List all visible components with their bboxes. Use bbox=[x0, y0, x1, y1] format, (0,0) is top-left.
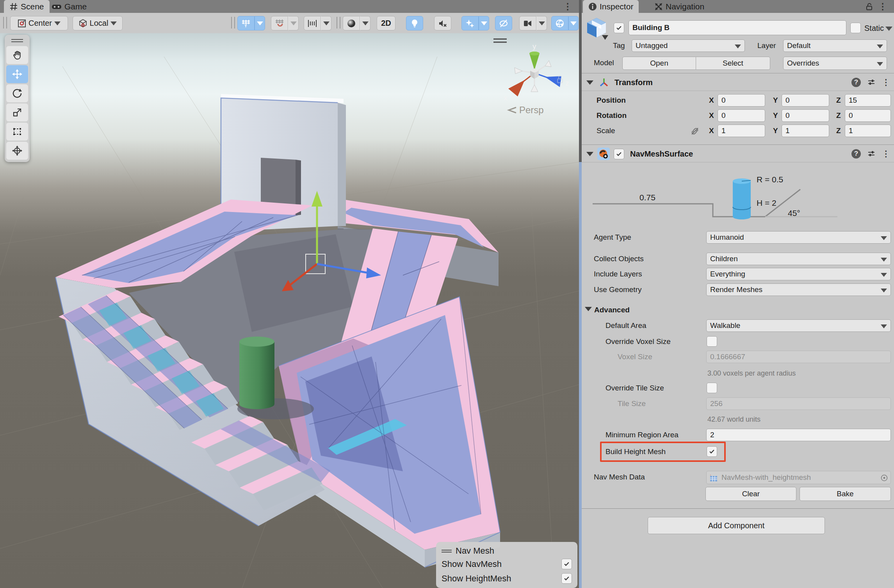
component-menu-icon[interactable]: ⋮ bbox=[882, 149, 890, 159]
model-select-button[interactable]: Select bbox=[696, 57, 770, 70]
effects-toggle-button[interactable] bbox=[461, 16, 479, 30]
show-heightmesh-checkbox[interactable] bbox=[561, 573, 572, 584]
override-voxel-size-checkbox[interactable] bbox=[707, 336, 717, 347]
shading-mode-button[interactable] bbox=[343, 16, 360, 30]
scale-z-field[interactable]: 1 bbox=[845, 125, 891, 137]
rotation-z-field[interactable]: 0 bbox=[845, 109, 891, 122]
tag-dropdown[interactable]: Untagged bbox=[632, 39, 745, 52]
help-icon[interactable]: ? bbox=[851, 149, 861, 159]
scale-x-field[interactable]: 1 bbox=[718, 125, 765, 137]
chevron-down-icon bbox=[881, 324, 887, 328]
pivot-mode-dropdown[interactable]: Center bbox=[10, 16, 68, 30]
foldout-icon[interactable] bbox=[586, 152, 593, 156]
add-component-button[interactable]: Add Component bbox=[648, 517, 825, 534]
transform-title: Transform bbox=[614, 73, 653, 91]
transform-tool-button[interactable] bbox=[6, 142, 28, 160]
tab-game[interactable]: Game bbox=[46, 0, 92, 13]
overrides-dropdown[interactable]: Overrides bbox=[783, 57, 887, 70]
2d-toggle-button[interactable]: 2D bbox=[377, 16, 395, 30]
build-height-mesh-checkbox[interactable] bbox=[707, 446, 717, 457]
2d-label: 2D bbox=[381, 19, 391, 28]
agent-type-label: Agent Type bbox=[594, 231, 631, 244]
lock-icon[interactable] bbox=[865, 2, 874, 11]
lightbulb-icon bbox=[411, 19, 419, 28]
object-picker-icon[interactable] bbox=[881, 474, 888, 481]
palette-drag-handle[interactable] bbox=[6, 36, 28, 45]
collect-objects-dropdown[interactable]: Children bbox=[706, 253, 891, 265]
move-tool-button[interactable] bbox=[6, 65, 28, 83]
audio-toggle-button[interactable] bbox=[434, 16, 451, 30]
toolbar-drag-handle[interactable] bbox=[337, 17, 340, 29]
static-checkbox[interactable] bbox=[850, 23, 861, 33]
rotate-tool-button[interactable] bbox=[6, 84, 28, 102]
static-flags-dropdown-icon[interactable] bbox=[885, 27, 892, 31]
position-x-field[interactable]: 0 bbox=[718, 94, 765, 107]
navmesh-asset-icon: * bbox=[710, 474, 718, 482]
toolbar-drag-handle[interactable] bbox=[231, 17, 235, 29]
presets-icon[interactable] bbox=[867, 78, 876, 87]
toolbar-drag-handle[interactable] bbox=[3, 17, 7, 29]
rotation-x-field[interactable]: 0 bbox=[718, 109, 765, 122]
presets-icon[interactable] bbox=[867, 150, 876, 158]
shading-options-dropdown[interactable] bbox=[360, 16, 370, 30]
agent-type-dropdown[interactable]: Humanoid bbox=[706, 231, 891, 244]
include-layers-dropdown[interactable]: Everything bbox=[706, 268, 891, 280]
effects-options-dropdown[interactable] bbox=[479, 16, 489, 30]
position-z-field[interactable]: 15 bbox=[845, 94, 891, 107]
inspector-menu-icon[interactable]: ⋮ bbox=[878, 2, 887, 12]
override-tile-size-label: Override Tile Size bbox=[605, 382, 664, 394]
measure-button[interactable] bbox=[304, 16, 321, 30]
snap-options-dropdown[interactable] bbox=[288, 16, 299, 30]
show-navmesh-checkbox[interactable] bbox=[561, 559, 572, 569]
help-icon[interactable]: ? bbox=[851, 78, 861, 87]
voxel-size-label: Voxel Size bbox=[618, 351, 652, 363]
rotation-y-field[interactable]: 0 bbox=[782, 109, 829, 122]
link-broken-icon[interactable] bbox=[690, 127, 700, 136]
camera-options-dropdown[interactable] bbox=[536, 16, 547, 30]
advanced-foldout-icon[interactable] bbox=[585, 307, 592, 311]
component-menu-icon[interactable]: ⋮ bbox=[882, 78, 890, 87]
cube-icon bbox=[78, 19, 87, 28]
model-open-button[interactable]: Open bbox=[622, 57, 696, 70]
tab-navigation[interactable]: Navigation bbox=[649, 0, 710, 13]
rotation-mode-dropdown[interactable]: Local bbox=[73, 16, 123, 30]
gizmos-toggle-button[interactable] bbox=[551, 16, 568, 30]
scale-tool-button[interactable] bbox=[6, 103, 28, 121]
overlay-drag-handle-icon[interactable] bbox=[442, 549, 452, 554]
clear-button[interactable]: Clear bbox=[705, 487, 796, 501]
grid-options-dropdown[interactable] bbox=[255, 16, 265, 30]
tab-inspector[interactable]: Inspector bbox=[583, 0, 639, 13]
measure-options-dropdown[interactable] bbox=[321, 16, 331, 30]
override-tile-size-checkbox[interactable] bbox=[707, 383, 717, 393]
navmeshsurface-header[interactable]: NavMeshSurface ? ⋮ bbox=[582, 144, 894, 162]
layer-dropdown[interactable]: Default bbox=[783, 39, 887, 52]
min-region-area-field[interactable]: 2 bbox=[706, 429, 891, 441]
position-y-field[interactable]: 0 bbox=[782, 94, 829, 107]
camera-button[interactable] bbox=[519, 16, 536, 30]
gizmos-options-dropdown[interactable] bbox=[568, 16, 579, 30]
navmeshsurface-enabled-checkbox[interactable] bbox=[614, 149, 624, 159]
tab-scene[interactable]: Scene bbox=[4, 0, 50, 13]
foldout-icon[interactable] bbox=[586, 80, 593, 85]
lighting-toggle-button[interactable] bbox=[406, 16, 423, 30]
scale-y-field[interactable]: 1 bbox=[782, 125, 829, 137]
scene-tab-menu-icon[interactable]: ⋮ bbox=[563, 2, 572, 12]
visibility-toggle-button[interactable] bbox=[495, 16, 512, 30]
use-geometry-dropdown[interactable]: Render Meshes bbox=[706, 283, 891, 296]
hand-tool-button[interactable] bbox=[6, 46, 28, 64]
rotation-label: Rotation bbox=[597, 109, 627, 122]
gameobject-name-field[interactable]: Building B bbox=[629, 20, 846, 35]
green-cylinder[interactable] bbox=[239, 337, 274, 409]
grid-visibility-button[interactable]: Y bbox=[237, 16, 255, 30]
show-heightmesh-label: Show HeightMesh bbox=[442, 574, 511, 584]
pane-splitter[interactable] bbox=[579, 0, 582, 588]
scene-viewport[interactable]: y x z Persp bbox=[0, 33, 579, 588]
snap-toggle-button[interactable] bbox=[271, 16, 288, 30]
gameobject-active-checkbox[interactable] bbox=[614, 23, 624, 33]
bake-button[interactable]: Bake bbox=[800, 487, 891, 501]
advanced-label[interactable]: Advanced bbox=[594, 304, 630, 316]
navmesh-data-field[interactable]: * NavMesh-with_heightmesh bbox=[706, 471, 891, 484]
default-area-dropdown[interactable]: Walkable bbox=[706, 319, 891, 332]
transform-header[interactable]: Transform ? ⋮ bbox=[582, 73, 894, 91]
rect-tool-button[interactable] bbox=[6, 123, 28, 141]
